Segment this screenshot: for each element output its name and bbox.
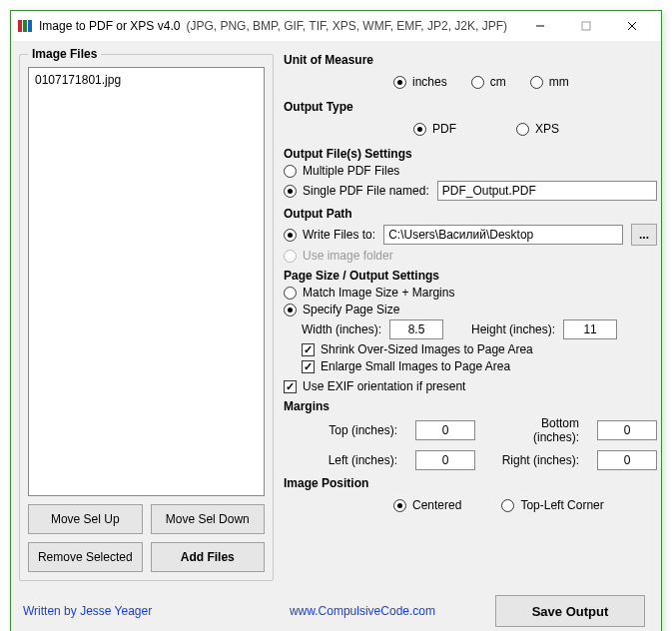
output-pdf-radio[interactable]: PDF: [413, 122, 456, 136]
window-subtitle: (JPG, PNG, BMP, GIF, TIF, XPS, WMF, EMF,…: [186, 19, 517, 33]
radio-icon: [284, 287, 297, 300]
output-xps-radio[interactable]: XPS: [516, 122, 559, 136]
svg-rect-0: [18, 20, 22, 32]
svg-rect-1: [23, 20, 27, 32]
checkbox-icon: [284, 380, 297, 393]
radio-icon: [516, 123, 529, 136]
use-image-folder-radio: Use image folder: [284, 249, 657, 263]
radio-icon: [393, 76, 406, 89]
single-pdf-radio[interactable]: Single PDF File named:: [284, 184, 429, 198]
radio-icon: [284, 250, 297, 263]
write-files-radio[interactable]: Write Files to:: [284, 228, 375, 242]
unit-title: Unit of Measure: [284, 53, 657, 67]
margin-right-input[interactable]: 0: [597, 450, 657, 470]
radio-icon: [284, 304, 297, 316]
margin-left-input[interactable]: 0: [415, 450, 475, 470]
remove-selected-button[interactable]: Remove Selected: [28, 542, 143, 572]
radio-icon: [284, 229, 297, 242]
close-button[interactable]: [609, 11, 655, 41]
image-files-group: Image Files 0107171801.jpg Move Sel Up M…: [19, 47, 274, 581]
browse-path-button[interactable]: ...: [631, 224, 657, 246]
radio-icon: [530, 76, 543, 89]
move-down-button[interactable]: Move Sel Down: [151, 504, 266, 534]
radio-icon: [471, 76, 484, 89]
margin-left-label: Left (inches):: [312, 453, 397, 467]
page-height-input[interactable]: 11: [563, 319, 617, 339]
radio-icon: [413, 123, 426, 136]
output-path-title: Output Path: [284, 207, 657, 221]
radio-icon: [393, 499, 406, 512]
single-pdf-filename-input[interactable]: PDF_Output.PDF: [437, 181, 657, 201]
enlarge-images-checkbox[interactable]: Enlarge Small Images to Page Area: [302, 359, 657, 373]
specify-page-size-radio[interactable]: Specify Page Size: [284, 303, 657, 316]
output-type-section: Output Type PDF XPS: [284, 100, 657, 141]
unit-cm-radio[interactable]: cm: [471, 75, 506, 89]
list-item[interactable]: 0107171801.jpg: [35, 72, 258, 88]
minimize-button[interactable]: [517, 11, 563, 41]
image-position-section: Image Position Centered Top-Left Corner: [284, 476, 657, 517]
page-size-title: Page Size / Output Settings: [284, 269, 657, 283]
titlebar: Image to PDF or XPS v4.0 (JPG, PNG, BMP,…: [11, 11, 661, 41]
margin-right-label: Right (inches):: [493, 453, 579, 467]
author-link[interactable]: Written by Jesse Yeager: [23, 604, 152, 618]
margins-title: Margins: [284, 399, 657, 413]
output-path-section: Output Path Write Files to: C:\Users\Вас…: [284, 207, 657, 263]
output-path-input[interactable]: C:\Users\Василий\Desktop: [383, 225, 623, 245]
radio-icon: [284, 165, 297, 178]
shrink-images-checkbox[interactable]: Shrink Over-Sized Images to Page Area: [302, 342, 657, 356]
move-up-button[interactable]: Move Sel Up: [28, 504, 143, 534]
checkbox-icon: [302, 343, 315, 356]
margin-top-label: Top (inches):: [312, 423, 397, 437]
unit-of-measure-section: Unit of Measure inches cm mm: [284, 53, 657, 94]
margin-bottom-input[interactable]: 0: [597, 420, 657, 440]
page-size-section: Page Size / Output Settings Match Image …: [284, 269, 657, 393]
margin-top-input[interactable]: 0: [415, 420, 475, 440]
radio-icon: [284, 185, 297, 198]
topleft-radio[interactable]: Top-Left Corner: [501, 498, 603, 512]
add-files-button[interactable]: Add Files: [151, 542, 266, 572]
width-label: Width (inches):: [302, 322, 381, 336]
unit-mm-radio[interactable]: mm: [530, 75, 569, 89]
svg-rect-2: [28, 20, 32, 32]
output-files-title: Output File(s) Settings: [284, 147, 657, 161]
app-icon: [17, 18, 33, 34]
checkbox-icon: [302, 360, 315, 373]
image-position-title: Image Position: [284, 476, 657, 490]
output-type-title: Output Type: [284, 100, 657, 114]
image-files-listbox[interactable]: 0107171801.jpg: [28, 67, 265, 496]
window-title: Image to PDF or XPS v4.0: [39, 19, 180, 33]
image-files-legend: Image Files: [28, 47, 101, 61]
match-image-size-radio[interactable]: Match Image Size + Margins: [284, 286, 657, 300]
website-link[interactable]: www.CompulsiveCode.com: [290, 604, 435, 618]
application-window: Image to PDF or XPS v4.0 (JPG, PNG, BMP,…: [10, 10, 662, 631]
output-files-section: Output File(s) Settings Multiple PDF Fil…: [284, 147, 657, 201]
maximize-button[interactable]: [563, 11, 609, 41]
multiple-pdf-radio[interactable]: Multiple PDF Files: [284, 164, 657, 178]
margin-bottom-label: Bottom (inches):: [493, 416, 579, 444]
exif-orientation-checkbox[interactable]: Use EXIF orientation if present: [284, 379, 657, 393]
page-width-input[interactable]: 8.5: [389, 319, 443, 339]
centered-radio[interactable]: Centered: [393, 498, 461, 512]
height-label: Height (inches):: [471, 322, 555, 336]
radio-icon: [501, 499, 514, 512]
footer: Written by Jesse Yeager www.CompulsiveCo…: [11, 591, 661, 631]
unit-inches-radio[interactable]: inches: [393, 75, 447, 89]
save-output-button[interactable]: Save Output: [495, 595, 645, 627]
svg-rect-4: [582, 22, 590, 30]
margins-section: Margins Top (inches): 0 Bottom (inches):…: [284, 399, 657, 470]
